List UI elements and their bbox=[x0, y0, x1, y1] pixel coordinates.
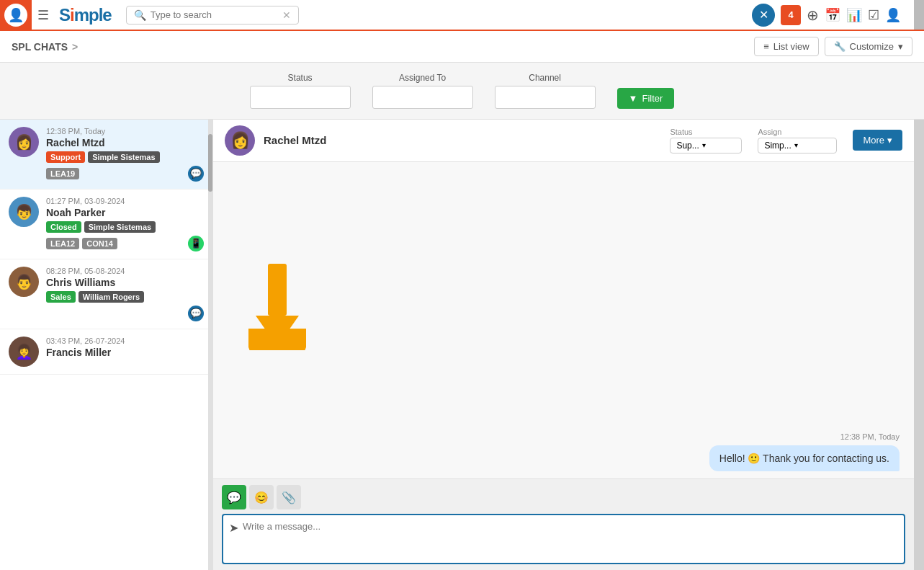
status-select[interactable]: Sup... ▾ bbox=[670, 138, 742, 153]
hamburger-button[interactable]: ☰ bbox=[37, 7, 49, 23]
chat-name-chris: Chris Williams bbox=[46, 277, 204, 288]
chat-time-francis: 03:43 PM, 26-07-2024 bbox=[46, 337, 204, 345]
nav-icon-check[interactable]: ☑ bbox=[868, 7, 879, 23]
search-input[interactable] bbox=[151, 9, 266, 20]
channel-icon-blue: 💬 bbox=[188, 166, 204, 182]
assign-label: Assign bbox=[758, 128, 781, 136]
more-button[interactable]: More ▾ bbox=[853, 130, 902, 151]
chat-name: Rachel Mtzd bbox=[46, 137, 204, 148]
channel-icon-blue-chris: 💬 bbox=[188, 306, 204, 321]
chat-list-item-chris[interactable]: 👨 08:28 PM, 05-08-2024 Chris Williams Sa… bbox=[0, 259, 212, 329]
breadcrumb: SPL CHATS > bbox=[12, 41, 78, 53]
nav-icon-chart[interactable]: 📊 bbox=[846, 7, 862, 23]
search-icon: 🔍 bbox=[134, 9, 146, 21]
sidebar-avatar: 👤 bbox=[4, 4, 27, 27]
app-logo: Simple bbox=[59, 5, 112, 25]
filter-icon: ▼ bbox=[629, 93, 638, 104]
tag-lea12: LEA12 bbox=[46, 238, 79, 249]
customize-icon: 🔧 bbox=[834, 41, 845, 52]
nav-icon-cross[interactable]: ✕ bbox=[752, 4, 775, 27]
assigned-to-filter-input[interactable] bbox=[372, 86, 473, 109]
assign-select[interactable]: Simp... ▾ bbox=[758, 138, 837, 153]
chat-list-scrollbar[interactable] bbox=[208, 120, 212, 570]
right-scrollbar-nav bbox=[914, 0, 924, 30]
compose-chat-button[interactable]: 💬 bbox=[222, 485, 246, 509]
search-clear-icon[interactable]: ✕ bbox=[282, 9, 291, 21]
breadcrumb-arrow: > bbox=[72, 41, 78, 53]
customize-button[interactable]: 🔧 Customize ▾ bbox=[825, 37, 912, 56]
more-chevron-icon: ▾ bbox=[887, 135, 892, 146]
chat-time: 12:38 PM, Today bbox=[46, 127, 204, 135]
chat-time-chris: 08:28 PM, 05-08-2024 bbox=[46, 267, 204, 275]
tag-william: William Rogers bbox=[79, 291, 144, 303]
chat-name-noah: Noah Parker bbox=[46, 207, 204, 218]
filter-button[interactable]: ▼ Filter bbox=[617, 88, 675, 109]
list-view-button[interactable]: ≡ List view bbox=[754, 37, 818, 56]
nav-icon-user[interactable]: 👤 bbox=[885, 7, 901, 23]
send-button[interactable]: ➤ bbox=[229, 521, 238, 535]
tag-con14: CON14 bbox=[82, 238, 117, 249]
chat-header-avatar: 👩 bbox=[225, 125, 255, 156]
nav-icon-calendar[interactable]: 📅 bbox=[825, 7, 840, 23]
chat-header-name: Rachel Mtzd bbox=[264, 134, 661, 146]
compose-input[interactable] bbox=[243, 521, 898, 557]
messages-area: 12:38 PM, Today Hello! 🙂 Thank you for c… bbox=[213, 162, 914, 478]
channel-icon-green-noah: 📱 bbox=[188, 236, 204, 251]
tag-closed: Closed bbox=[46, 221, 81, 233]
chat-time-noah: 01:27 PM, 03-09-2024 bbox=[46, 197, 204, 205]
nav-icon-number[interactable]: 4 bbox=[781, 5, 801, 25]
status-label: Status bbox=[670, 128, 692, 136]
chat-list-item-noah[interactable]: 👦 01:27 PM, 03-09-2024 Noah Parker Close… bbox=[0, 190, 212, 259]
customize-chevron-icon: ▾ bbox=[898, 41, 903, 52]
tag-simple: Simple Sistemas bbox=[88, 151, 159, 163]
tag-sales: Sales bbox=[46, 291, 76, 303]
list-view-icon: ≡ bbox=[763, 41, 769, 52]
message-bubble: Hello! 🙂 Thank you for contacting us. bbox=[709, 445, 900, 471]
tag-simple-noah: Simple Sistemas bbox=[84, 221, 156, 233]
tag-lea19: LEA19 bbox=[46, 168, 79, 179]
status-filter-input[interactable] bbox=[250, 86, 351, 109]
status-filter-label: Status bbox=[250, 73, 351, 83]
channel-filter-label: Channel bbox=[495, 73, 596, 83]
chat-list-item-rachel[interactable]: 👩 12:38 PM, Today Rachel Mtzd Support Si… bbox=[0, 120, 212, 190]
assign-chevron-icon: ▾ bbox=[794, 141, 798, 149]
compose-emoji-button[interactable]: 😊 bbox=[249, 485, 274, 509]
tag-support: Support bbox=[46, 151, 85, 163]
right-scrollbar[interactable] bbox=[914, 120, 924, 570]
message-time: 12:38 PM, Today bbox=[228, 432, 900, 441]
nav-icon-plus[interactable]: ⊕ bbox=[807, 6, 819, 24]
status-chevron-icon: ▾ bbox=[702, 141, 706, 149]
compose-attach-button[interactable]: 📎 bbox=[277, 485, 301, 509]
channel-filter-input[interactable] bbox=[495, 86, 596, 109]
chat-list-item-francis[interactable]: 👩‍🦱 03:43 PM, 26-07-2024 Francis Miller bbox=[0, 329, 212, 375]
chat-name-francis: Francis Miller bbox=[46, 347, 204, 358]
assigned-to-filter-label: Assigned To bbox=[372, 73, 473, 83]
